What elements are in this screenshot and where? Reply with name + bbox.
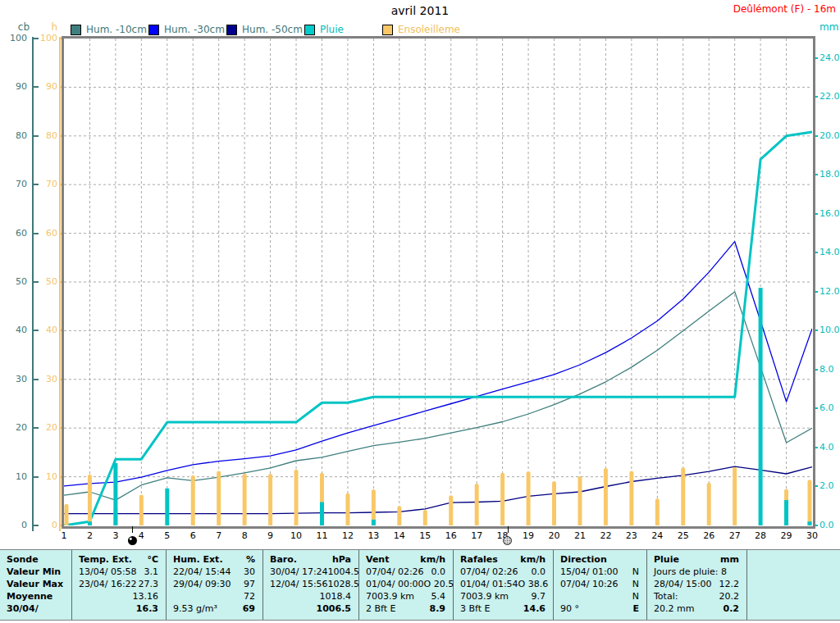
cell-value: E — [632, 603, 639, 616]
table-row: 9.53 g/m³69 — [173, 603, 255, 616]
sunshine-bar — [808, 480, 812, 525]
row-label-text: Valeur Max — [7, 579, 63, 591]
sunshine-bar — [449, 495, 453, 525]
cell-value: 14.6 — [523, 603, 546, 616]
cell-left: 29/04/ 09:30 — [173, 579, 231, 591]
column-unit: °C — [147, 554, 158, 566]
table-row: Jours de pluie: 8 — [654, 566, 739, 579]
axis-unit-cb: cb — [4, 21, 30, 33]
cell-left: 07/04/ 10:26 — [560, 579, 619, 591]
rain-bar — [88, 521, 92, 525]
table-row-label: Sonde — [7, 554, 64, 566]
table-row: 2 Bft E8.9 — [366, 603, 445, 616]
cell-value: 5.4 — [431, 591, 446, 603]
day-label: 10 — [286, 530, 306, 541]
axis-tick-label: 100 — [33, 33, 57, 44]
axis-tick-label: 30 — [33, 374, 57, 385]
day-label: 15 — [415, 530, 435, 541]
cell-value: N — [632, 579, 639, 591]
table-column-rafales: Rafaleskm/h07/04/ 02:260.001/04/ 01:54O … — [454, 550, 554, 620]
day-label: 5 — [158, 530, 177, 541]
cell-left: Total: — [654, 591, 678, 603]
cell-value: 1004.5 — [328, 566, 360, 579]
row-label-text: Moyenne — [7, 591, 52, 603]
column-name: Direction — [560, 554, 607, 566]
cell-value: 16.3 — [136, 603, 158, 616]
sunshine-bar — [423, 510, 427, 525]
table-row: 07/04/ 10:26N — [560, 579, 639, 591]
cell-value: 13.16 — [133, 591, 159, 603]
day-label: 26 — [699, 530, 719, 541]
sunshine-bar — [268, 474, 272, 525]
page-title: avril 2011 — [0, 4, 840, 17]
sunshine-bar — [139, 495, 144, 525]
table-column-direction: Direction15/04/ 01:00N07/04/ 10:26NN90 °… — [554, 550, 647, 620]
sunshine-bar — [88, 475, 92, 525]
axis-tick-label: 20.0 — [819, 130, 840, 142]
cell-left: 7003.9 km — [366, 591, 414, 603]
moon-new-icon — [128, 536, 137, 545]
table-column-baro-: Baro.hPa30/04/ 17:241004.512/04/ 15:5610… — [263, 550, 359, 620]
axis-tick-label: 40 — [33, 325, 57, 336]
sunshine-bar — [655, 498, 660, 525]
sunshine-bar — [345, 493, 349, 525]
cell-left: 20.2 mm — [654, 603, 694, 616]
table-row: Total:20.2 — [654, 591, 739, 603]
table-row — [754, 566, 833, 579]
cell-left: 9.53 g/m³ — [173, 603, 217, 616]
day-label: 23 — [622, 530, 641, 541]
day-label: 8 — [235, 530, 254, 541]
legend-swatch-3 — [226, 25, 237, 35]
cell-left: 12/04/ 15:56 — [270, 579, 328, 591]
day-label: 14 — [390, 530, 409, 541]
table-column-vent: Ventkm/h07/04/ 02:260.001/04/ 00:00O 20.… — [359, 550, 454, 620]
table-row: 12/04/ 15:561028.5 — [270, 579, 351, 591]
legend-label: Hum. -50cm — [242, 24, 303, 35]
cell-left: 90 ° — [560, 603, 579, 616]
rain-bar — [759, 288, 763, 525]
legend-item: Hum. -10cm — [71, 24, 148, 35]
axis-tick-label: 50 — [2, 276, 27, 288]
legend-label: Hum. -30cm — [164, 24, 225, 35]
sunshine-bar — [578, 476, 582, 525]
cell-left: 07/04/ 02:26 — [460, 566, 518, 579]
table-row: 72 — [173, 591, 255, 603]
axis-tick-label: 22.0 — [819, 91, 840, 102]
axis-tick-label: 10 — [33, 471, 57, 483]
sunshine-bar — [294, 470, 299, 525]
day-label: 3 — [106, 530, 126, 541]
table-row: 20.2 mm0.2 — [654, 603, 739, 616]
legend-item: Ensoleilleme — [382, 24, 472, 35]
table-row: 90 °E — [560, 603, 639, 616]
axis-tick-label: 0 — [2, 520, 27, 531]
sunshine-bar — [629, 471, 633, 525]
cell-value: 0.0 — [532, 566, 546, 579]
legend-label: Hum. -10cm — [86, 24, 147, 35]
day-label: 22 — [596, 530, 615, 541]
rain-bar — [808, 521, 812, 525]
axis-tick-label: 10 — [2, 471, 27, 483]
sunshine-bar — [733, 467, 737, 525]
legend: Hum. -10cmHum. -30cmHum. -50cmPluieEnsol… — [71, 24, 472, 35]
legend-item: Hum. -30cm — [148, 24, 226, 35]
series-line-hum-30cm — [64, 242, 812, 486]
table-row-label: Valeur Min — [7, 566, 64, 579]
axis-tick-label: 8.0 — [819, 364, 840, 375]
cell-value: 69 — [243, 603, 255, 616]
axis-tick-label: 16.0 — [819, 208, 840, 220]
table-row — [754, 591, 833, 603]
day-label: 27 — [725, 530, 745, 541]
table-row: 22/04/ 15:4430 — [173, 566, 255, 579]
axis-line — [59, 37, 61, 531]
cell-value: 27.3 — [139, 579, 159, 591]
axis-tick-label: 70 — [33, 179, 57, 190]
sunshine-bar — [681, 467, 685, 525]
day-label: 21 — [570, 530, 590, 541]
table-row: 13/04/ 05:583.1 — [79, 566, 158, 579]
table-row: 01/04/ 00:00O 20.5 — [366, 579, 445, 591]
table-row: 15/04/ 01:00N — [560, 566, 639, 579]
column-name: Hum. Ext. — [173, 554, 223, 566]
day-label: 17 — [467, 530, 486, 541]
axis-tick-label: 70 — [2, 179, 27, 190]
column-name: Vent — [366, 554, 389, 566]
